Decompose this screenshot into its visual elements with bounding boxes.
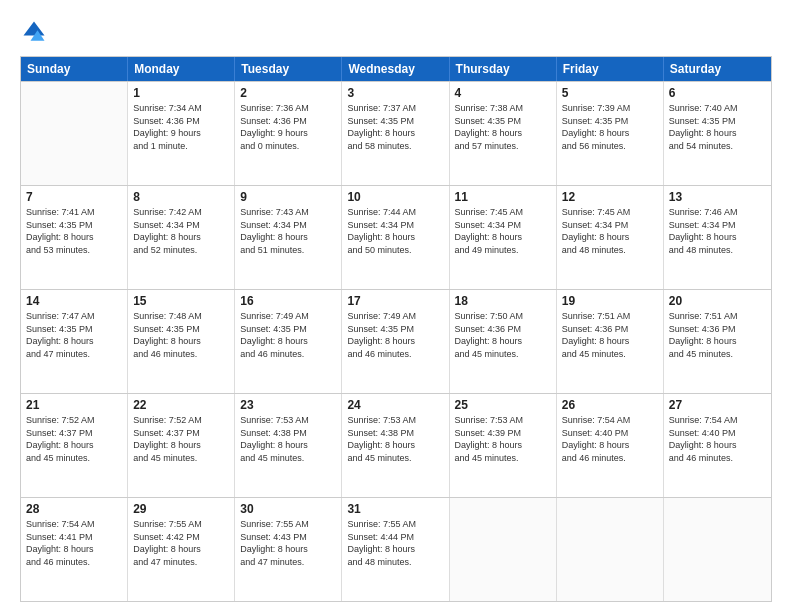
page: SundayMondayTuesdayWednesdayThursdayFrid…: [0, 0, 792, 612]
cell-content: Sunrise: 7:53 AMSunset: 4:38 PMDaylight:…: [240, 414, 336, 464]
day-number: 18: [455, 294, 551, 308]
cell-content: Sunrise: 7:53 AMSunset: 4:39 PMDaylight:…: [455, 414, 551, 464]
day-cell-1: 1Sunrise: 7:34 AMSunset: 4:36 PMDaylight…: [128, 82, 235, 185]
day-cell-6: 6Sunrise: 7:40 AMSunset: 4:35 PMDaylight…: [664, 82, 771, 185]
cell-content: Sunrise: 7:45 AMSunset: 4:34 PMDaylight:…: [455, 206, 551, 256]
cell-content: Sunrise: 7:51 AMSunset: 4:36 PMDaylight:…: [669, 310, 766, 360]
day-number: 5: [562, 86, 658, 100]
cell-content: Sunrise: 7:55 AMSunset: 4:44 PMDaylight:…: [347, 518, 443, 568]
day-number: 9: [240, 190, 336, 204]
day-number: 14: [26, 294, 122, 308]
day-cell-21: 21Sunrise: 7:52 AMSunset: 4:37 PMDayligh…: [21, 394, 128, 497]
week-row-3: 21Sunrise: 7:52 AMSunset: 4:37 PMDayligh…: [21, 393, 771, 497]
week-row-2: 14Sunrise: 7:47 AMSunset: 4:35 PMDayligh…: [21, 289, 771, 393]
cell-content: Sunrise: 7:42 AMSunset: 4:34 PMDaylight:…: [133, 206, 229, 256]
cell-content: Sunrise: 7:50 AMSunset: 4:36 PMDaylight:…: [455, 310, 551, 360]
cell-content: Sunrise: 7:46 AMSunset: 4:34 PMDaylight:…: [669, 206, 766, 256]
header-day-monday: Monday: [128, 57, 235, 81]
day-number: 20: [669, 294, 766, 308]
header-day-saturday: Saturday: [664, 57, 771, 81]
cell-content: Sunrise: 7:53 AMSunset: 4:38 PMDaylight:…: [347, 414, 443, 464]
day-cell-13: 13Sunrise: 7:46 AMSunset: 4:34 PMDayligh…: [664, 186, 771, 289]
day-number: 12: [562, 190, 658, 204]
cell-content: Sunrise: 7:55 AMSunset: 4:43 PMDaylight:…: [240, 518, 336, 568]
day-number: 7: [26, 190, 122, 204]
day-cell-20: 20Sunrise: 7:51 AMSunset: 4:36 PMDayligh…: [664, 290, 771, 393]
cell-content: Sunrise: 7:55 AMSunset: 4:42 PMDaylight:…: [133, 518, 229, 568]
cell-content: Sunrise: 7:49 AMSunset: 4:35 PMDaylight:…: [347, 310, 443, 360]
logo-icon: [20, 18, 48, 46]
day-cell-10: 10Sunrise: 7:44 AMSunset: 4:34 PMDayligh…: [342, 186, 449, 289]
cell-content: Sunrise: 7:49 AMSunset: 4:35 PMDaylight:…: [240, 310, 336, 360]
cell-content: Sunrise: 7:51 AMSunset: 4:36 PMDaylight:…: [562, 310, 658, 360]
day-number: 13: [669, 190, 766, 204]
day-cell-18: 18Sunrise: 7:50 AMSunset: 4:36 PMDayligh…: [450, 290, 557, 393]
cell-content: Sunrise: 7:34 AMSunset: 4:36 PMDaylight:…: [133, 102, 229, 152]
svg-marker-0: [24, 22, 45, 36]
header: [20, 18, 772, 46]
day-number: 4: [455, 86, 551, 100]
day-cell-17: 17Sunrise: 7:49 AMSunset: 4:35 PMDayligh…: [342, 290, 449, 393]
day-number: 3: [347, 86, 443, 100]
header-day-thursday: Thursday: [450, 57, 557, 81]
day-cell-28: 28Sunrise: 7:54 AMSunset: 4:41 PMDayligh…: [21, 498, 128, 601]
day-number: 11: [455, 190, 551, 204]
cell-content: Sunrise: 7:37 AMSunset: 4:35 PMDaylight:…: [347, 102, 443, 152]
header-day-tuesday: Tuesday: [235, 57, 342, 81]
day-cell-7: 7Sunrise: 7:41 AMSunset: 4:35 PMDaylight…: [21, 186, 128, 289]
day-cell-30: 30Sunrise: 7:55 AMSunset: 4:43 PMDayligh…: [235, 498, 342, 601]
day-number: 29: [133, 502, 229, 516]
day-number: 31: [347, 502, 443, 516]
day-number: 25: [455, 398, 551, 412]
empty-cell: [664, 498, 771, 601]
day-cell-5: 5Sunrise: 7:39 AMSunset: 4:35 PMDaylight…: [557, 82, 664, 185]
day-number: 23: [240, 398, 336, 412]
day-number: 10: [347, 190, 443, 204]
day-cell-16: 16Sunrise: 7:49 AMSunset: 4:35 PMDayligh…: [235, 290, 342, 393]
day-cell-3: 3Sunrise: 7:37 AMSunset: 4:35 PMDaylight…: [342, 82, 449, 185]
day-cell-31: 31Sunrise: 7:55 AMSunset: 4:44 PMDayligh…: [342, 498, 449, 601]
cell-content: Sunrise: 7:54 AMSunset: 4:41 PMDaylight:…: [26, 518, 122, 568]
calendar-body: 1Sunrise: 7:34 AMSunset: 4:36 PMDaylight…: [21, 81, 771, 601]
cell-content: Sunrise: 7:40 AMSunset: 4:35 PMDaylight:…: [669, 102, 766, 152]
day-cell-22: 22Sunrise: 7:52 AMSunset: 4:37 PMDayligh…: [128, 394, 235, 497]
cell-content: Sunrise: 7:48 AMSunset: 4:35 PMDaylight:…: [133, 310, 229, 360]
day-number: 16: [240, 294, 336, 308]
cell-content: Sunrise: 7:38 AMSunset: 4:35 PMDaylight:…: [455, 102, 551, 152]
empty-cell: [21, 82, 128, 185]
cell-content: Sunrise: 7:41 AMSunset: 4:35 PMDaylight:…: [26, 206, 122, 256]
cell-content: Sunrise: 7:43 AMSunset: 4:34 PMDaylight:…: [240, 206, 336, 256]
day-cell-25: 25Sunrise: 7:53 AMSunset: 4:39 PMDayligh…: [450, 394, 557, 497]
day-cell-12: 12Sunrise: 7:45 AMSunset: 4:34 PMDayligh…: [557, 186, 664, 289]
cell-content: Sunrise: 7:45 AMSunset: 4:34 PMDaylight:…: [562, 206, 658, 256]
day-number: 8: [133, 190, 229, 204]
day-number: 21: [26, 398, 122, 412]
day-cell-11: 11Sunrise: 7:45 AMSunset: 4:34 PMDayligh…: [450, 186, 557, 289]
day-number: 24: [347, 398, 443, 412]
logo: [20, 18, 52, 46]
day-cell-9: 9Sunrise: 7:43 AMSunset: 4:34 PMDaylight…: [235, 186, 342, 289]
day-number: 17: [347, 294, 443, 308]
day-cell-8: 8Sunrise: 7:42 AMSunset: 4:34 PMDaylight…: [128, 186, 235, 289]
day-number: 2: [240, 86, 336, 100]
day-number: 22: [133, 398, 229, 412]
day-cell-4: 4Sunrise: 7:38 AMSunset: 4:35 PMDaylight…: [450, 82, 557, 185]
day-number: 28: [26, 502, 122, 516]
day-cell-24: 24Sunrise: 7:53 AMSunset: 4:38 PMDayligh…: [342, 394, 449, 497]
empty-cell: [450, 498, 557, 601]
calendar: SundayMondayTuesdayWednesdayThursdayFrid…: [20, 56, 772, 602]
empty-cell: [557, 498, 664, 601]
cell-content: Sunrise: 7:36 AMSunset: 4:36 PMDaylight:…: [240, 102, 336, 152]
calendar-header: SundayMondayTuesdayWednesdayThursdayFrid…: [21, 57, 771, 81]
cell-content: Sunrise: 7:44 AMSunset: 4:34 PMDaylight:…: [347, 206, 443, 256]
cell-content: Sunrise: 7:52 AMSunset: 4:37 PMDaylight:…: [26, 414, 122, 464]
week-row-0: 1Sunrise: 7:34 AMSunset: 4:36 PMDaylight…: [21, 81, 771, 185]
day-cell-27: 27Sunrise: 7:54 AMSunset: 4:40 PMDayligh…: [664, 394, 771, 497]
cell-content: Sunrise: 7:52 AMSunset: 4:37 PMDaylight:…: [133, 414, 229, 464]
day-cell-23: 23Sunrise: 7:53 AMSunset: 4:38 PMDayligh…: [235, 394, 342, 497]
cell-content: Sunrise: 7:54 AMSunset: 4:40 PMDaylight:…: [562, 414, 658, 464]
day-number: 19: [562, 294, 658, 308]
day-cell-19: 19Sunrise: 7:51 AMSunset: 4:36 PMDayligh…: [557, 290, 664, 393]
day-cell-14: 14Sunrise: 7:47 AMSunset: 4:35 PMDayligh…: [21, 290, 128, 393]
day-number: 15: [133, 294, 229, 308]
